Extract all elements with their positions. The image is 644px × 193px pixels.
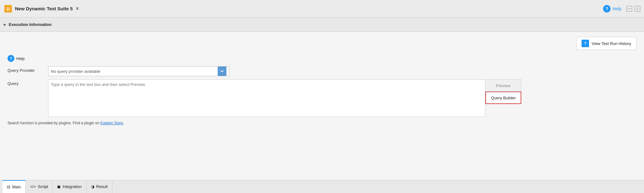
svg-text:T: T xyxy=(584,42,587,45)
window-controls: — □ xyxy=(627,6,640,12)
history-icon: T xyxy=(582,40,589,47)
help-label: Help xyxy=(612,6,622,11)
result-tab-label: Result xyxy=(96,184,108,189)
footer-text: Search function is provided by plugins. … xyxy=(7,121,637,125)
query-provider-value: No query provider available xyxy=(51,69,218,74)
view-history-label: View Test Run History xyxy=(592,41,631,46)
tab-bar: ⊟ Main </> Script ◼ Integration ◑ Result xyxy=(0,180,644,193)
query-control: Preview Query Builder xyxy=(48,79,637,118)
title-bar-right: ? Help — □ xyxy=(603,5,640,12)
help-icon: ? xyxy=(7,55,14,62)
main-content: T View Test Run History ? Help Query Pro… xyxy=(0,32,644,180)
title-bar-left: D New Dynamic Test Suite 5 ✕ xyxy=(4,4,79,13)
preview-button[interactable]: Preview xyxy=(485,79,521,92)
query-textarea-wrap xyxy=(48,79,485,118)
script-tab-icon: </> xyxy=(30,184,36,189)
query-input[interactable] xyxy=(48,79,485,117)
help-text: Help xyxy=(16,56,25,61)
section-title: Execution Information xyxy=(9,22,52,27)
katalon-store-link[interactable]: Katalon Store xyxy=(101,121,123,125)
form-area: ? Help Query Provider No query provider … xyxy=(0,52,644,129)
query-row: Query Preview Query Builder xyxy=(7,79,637,118)
help-button[interactable]: ? Help xyxy=(603,5,622,12)
query-buttons: Preview Query Builder xyxy=(485,79,521,104)
view-history-row: T View Test Run History xyxy=(0,32,644,52)
query-provider-label: Query Provider xyxy=(7,66,48,73)
main-tab-label: Main xyxy=(12,185,21,189)
view-history-button[interactable]: T View Test Run History xyxy=(576,37,637,50)
query-provider-control: No query provider available xyxy=(48,66,637,76)
app-icon: D xyxy=(4,4,12,13)
integration-tab-label: Integration xyxy=(62,184,82,189)
maximize-button[interactable]: □ xyxy=(635,6,640,12)
query-builder-button[interactable]: Query Builder xyxy=(485,92,521,104)
footer-suffix: . xyxy=(123,121,124,125)
title-bar: D New Dynamic Test Suite 5 ✕ ? Help — □ xyxy=(0,0,644,17)
help-circle-icon: ? xyxy=(603,5,611,12)
minimize-button[interactable]: — xyxy=(627,6,632,12)
window-title: New Dynamic Test Suite 5 xyxy=(15,6,73,11)
section-header: ▶ Execution Information xyxy=(0,17,644,32)
tab-integration[interactable]: ◼ Integration xyxy=(53,180,86,193)
query-provider-row: Query Provider No query provider availab… xyxy=(7,66,637,76)
footer-main-text: Search function is provided by plugins. … xyxy=(7,121,101,125)
main-tab-icon: ⊟ xyxy=(7,185,10,189)
help-row: ? Help xyxy=(7,55,637,62)
script-tab-label: Script xyxy=(38,184,48,189)
query-label: Query xyxy=(7,79,48,86)
result-tab-icon: ◑ xyxy=(91,184,94,189)
integration-tab-icon: ◼ xyxy=(57,184,61,189)
close-icon[interactable]: ✕ xyxy=(75,6,79,12)
tab-result[interactable]: ◑ Result xyxy=(87,180,112,193)
query-area: Preview Query Builder xyxy=(48,79,637,118)
svg-text:D: D xyxy=(7,7,10,12)
query-provider-select[interactable]: No query provider available xyxy=(48,66,229,76)
tab-main[interactable]: ⊟ Main xyxy=(2,180,26,193)
tab-script[interactable]: </> Script xyxy=(26,180,53,193)
select-arrow-icon xyxy=(218,67,226,76)
chevron-right-icon[interactable]: ▶ xyxy=(4,23,6,26)
